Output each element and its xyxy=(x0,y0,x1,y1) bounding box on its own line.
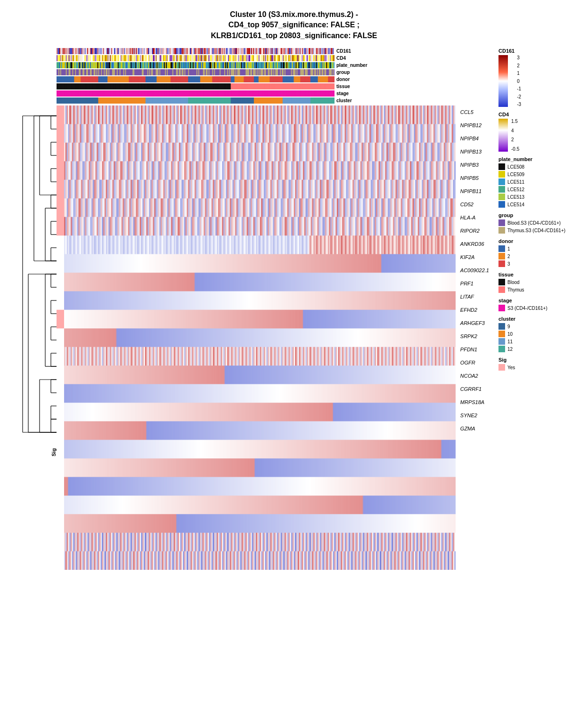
gene-label-prf1: PRF1 xyxy=(458,277,489,290)
gene-label-ogfr: OGFR xyxy=(458,356,489,369)
gene-label-cd52: CD52 xyxy=(458,198,489,211)
legend-stage: stage S3 (CD4-/CD161+) xyxy=(498,298,583,311)
anno-row-stage: stage xyxy=(57,90,489,97)
anno-row-donor: donor xyxy=(57,76,489,82)
anno-row-cluster: cluster xyxy=(57,97,489,104)
gene-label-arhgef3: ARHGEF3 xyxy=(458,316,489,330)
gene-labels: CCL5NPIPB12NPIPB4NPIPB13NPIPB3NPIPB5NPIP… xyxy=(456,105,489,570)
legend-area: CD161 3 2 1 0 -1 -2 -3 xyxy=(489,48,583,375)
gene-label-npipb12: NPIPB12 xyxy=(458,119,489,132)
gene-label-npipb5: NPIPB5 xyxy=(458,171,489,185)
legend-cd161: CD161 3 2 1 0 -1 -2 -3 xyxy=(498,48,583,107)
gene-label-pfdn1: PFDN1 xyxy=(458,343,489,356)
main-container: Cluster 10 (S3.mix.more.thymus.2) - CD4_… xyxy=(0,0,588,575)
gene-label-gzma: GZMA xyxy=(458,422,489,435)
heatmap-canvas xyxy=(64,105,456,570)
gene-label-ankrd36: ANKRD36 xyxy=(458,237,489,251)
annotation-rows: CD161CD4plate_numbergroupdonortissuestag… xyxy=(57,48,489,105)
chart-title: Cluster 10 (S3.mix.more.thymus.2) - CD4_… xyxy=(211,9,377,41)
gene-label-npipb11: NPIPB11 xyxy=(458,185,489,198)
gene-label-ac009022-1: AC009022.1 xyxy=(458,264,489,277)
anno-row-cd4: CD4 xyxy=(57,55,489,61)
chart-area: Sig CD161CD4plate_numbergroupdonortissue… xyxy=(5,48,583,570)
legend-plate: plate_number LCE508 LCE509 LCE511 LCE512… xyxy=(498,156,583,208)
legend-cd4-title: CD4 xyxy=(498,112,509,117)
legend-sig: Sig Yes xyxy=(498,357,583,371)
legend-cd161-title: CD161 xyxy=(498,48,514,54)
gene-label-cgrrf1: CGRRF1 xyxy=(458,382,489,396)
gene-label-ripor2: RIPOR2 xyxy=(458,224,489,237)
gene-label-npipb3: NPIPB3 xyxy=(458,158,489,171)
gene-label-litaf: LITAF xyxy=(458,290,489,303)
legend-tissue: tissue Blood Thymus xyxy=(498,272,583,293)
sig-column xyxy=(57,105,64,570)
gene-label-npipb4: NPIPB4 xyxy=(458,132,489,145)
cd4-gradient xyxy=(498,119,508,152)
gene-label-npipb13: NPIPB13 xyxy=(458,145,489,158)
legend-cluster: cluster 9 10 11 12 xyxy=(498,316,583,352)
gene-label-kif2a: KIF2A xyxy=(458,251,489,264)
row-dendrogram xyxy=(9,109,57,439)
gene-label-ccl5: CCL5 xyxy=(458,105,489,119)
legend-cd4: CD4 1.5 4 2 -0.5 xyxy=(498,112,583,152)
anno-row-cd161: CD161 xyxy=(57,48,489,54)
sig-axis-label: Sig xyxy=(51,448,57,456)
anno-row-plate-number: plate_number xyxy=(57,62,489,68)
legend-donor: donor 1 2 3 xyxy=(498,238,583,267)
gene-label-srpk2: SRPK2 xyxy=(458,330,489,343)
anno-row-group: group xyxy=(57,69,489,75)
gene-label-ncoa2: NCOA2 xyxy=(458,369,489,382)
legend-group: group Blood.S3 (CD4-/CD161+) Thymus.S3 (… xyxy=(498,212,583,234)
gene-label-syne2: SYNE2 xyxy=(458,409,489,422)
gene-label-mrps18a: MRPS18A xyxy=(458,396,489,409)
gene-label-efhd2: EFHD2 xyxy=(458,303,489,316)
gene-label-hla-a: HLA-A xyxy=(458,211,489,224)
anno-row-tissue: tissue xyxy=(57,83,489,89)
cd161-gradient xyxy=(498,55,508,107)
